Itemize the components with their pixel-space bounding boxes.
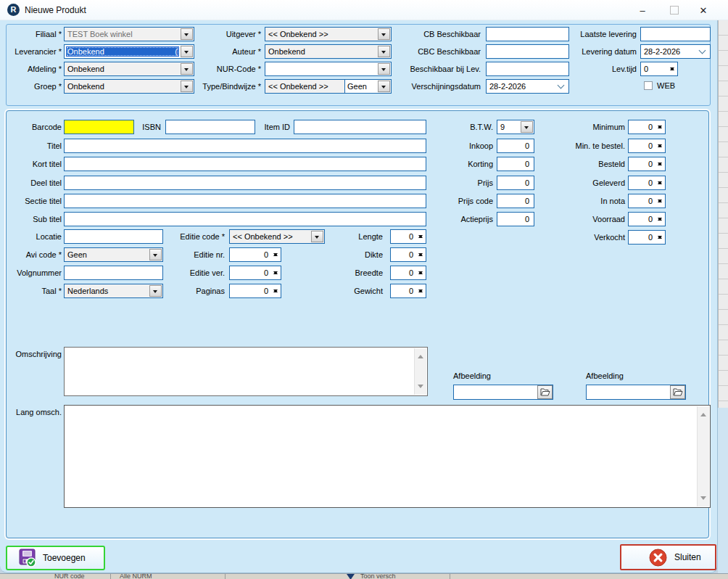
lang-omschrijving-label: Lang omsch.: [0, 408, 62, 417]
min-te-bestel-value: 0: [648, 141, 653, 151]
leverancier-value: Onbekend: [67, 45, 104, 58]
spinner-down-icon[interactable]: [658, 236, 662, 241]
gewicht-spinner[interactable]: 0: [390, 284, 426, 298]
groep-select[interactable]: Onbekend: [64, 79, 194, 94]
korting-field[interactable]: 0: [497, 157, 534, 171]
editie-ver-spinner[interactable]: 0: [229, 266, 281, 280]
min-te-bestel-label: Min. te bestel.: [544, 141, 625, 151]
scroll-down-icon[interactable]: [418, 385, 423, 391]
scroll-down-icon[interactable]: [700, 496, 706, 503]
min-te-bestel-spinner[interactable]: 0: [628, 139, 666, 153]
kort-titel-input[interactable]: [64, 157, 426, 171]
levering-datum-picker[interactable]: 28-2-2026: [640, 44, 711, 59]
filiaal-value: TEST Boek winkel: [67, 28, 133, 41]
lang-omschrijving-textarea[interactable]: [64, 405, 711, 508]
beschikbaar-bij-lev-label: Beschikbaar bij Lev.: [402, 65, 481, 74]
scrollbar[interactable]: [697, 406, 709, 506]
spinner-down-icon[interactable]: [273, 290, 278, 295]
in-nota-spinner[interactable]: 0: [628, 194, 666, 208]
dropdown-arrow-icon[interactable]: [521, 121, 533, 133]
editie-nr-label: Editie nr.: [145, 250, 225, 260]
verkocht-spinner[interactable]: 0: [628, 230, 666, 245]
besteld-spinner[interactable]: 0: [628, 157, 666, 171]
spinner-down-icon[interactable]: [658, 218, 662, 223]
spinner-down-icon[interactable]: [273, 253, 278, 258]
web-checkbox[interactable]: [644, 81, 653, 90]
filiaal-select[interactable]: TEST Boek winkel: [64, 27, 194, 41]
kort-titel-label: Kort titel: [0, 160, 62, 169]
btw-select[interactable]: 9: [497, 120, 534, 134]
auteur-select[interactable]: Onbekend: [265, 44, 392, 59]
spinner-down-icon[interactable]: [658, 200, 662, 205]
breedte-label: Breedte: [319, 268, 383, 278]
geleverd-spinner[interactable]: 0: [628, 176, 666, 190]
spinner-down-icon[interactable]: [418, 235, 423, 240]
spinner-down-icon[interactable]: [658, 144, 662, 149]
dropdown-arrow-icon[interactable]: [378, 81, 390, 92]
editie-ver-value: 0: [264, 268, 268, 278]
scrollbar[interactable]: [414, 348, 426, 395]
prijs-code-value: 0: [525, 197, 529, 205]
sub-titel-input[interactable]: [64, 212, 426, 226]
dropdown-arrow-icon[interactable]: [378, 28, 390, 40]
dikte-value: 0: [409, 250, 413, 260]
nur-code-select[interactable]: [265, 62, 392, 76]
actieprijs-value: 0: [525, 215, 529, 223]
verschijningsdatum-picker[interactable]: 28-2-2026: [486, 79, 569, 94]
lev-tijd-spinner[interactable]: 0: [640, 62, 678, 76]
cbc-beschikbaar-label: CBC Beschikbaar: [402, 47, 481, 57]
paginas-spinner[interactable]: 0: [229, 284, 281, 298]
toevoegen-button[interactable]: Toevoegen: [6, 546, 105, 570]
deel-titel-input[interactable]: [64, 176, 426, 190]
leverancier-select[interactable]: Onbekend (: [64, 44, 194, 59]
dikte-label: Dikte: [319, 250, 383, 260]
spinner-down-icon[interactable]: [670, 67, 674, 73]
chevron-down-icon[interactable]: [696, 46, 709, 57]
spinner-down-icon[interactable]: [418, 253, 423, 258]
divider: [225, 574, 226, 579]
volgnummer-label: Volgnummer: [0, 268, 62, 278]
voorraad-spinner[interactable]: 0: [628, 212, 666, 226]
dropdown-arrow-icon[interactable]: [378, 63, 390, 75]
item-id-input[interactable]: [294, 120, 426, 134]
type-bindwijze-select[interactable]: << Onbekend >> Geen: [265, 79, 392, 94]
dropdown-arrow-icon[interactable]: [378, 46, 390, 57]
spinner-down-icon[interactable]: [658, 181, 662, 186]
dikte-spinner[interactable]: 0: [390, 247, 426, 262]
actieprijs-field[interactable]: 0: [497, 212, 534, 226]
close-button[interactable]: ✕: [689, 0, 718, 20]
omschrijving-textarea[interactable]: [64, 347, 428, 396]
chevron-down-icon[interactable]: [555, 81, 568, 92]
spinner-down-icon[interactable]: [658, 163, 662, 168]
prijs-code-field[interactable]: 0: [497, 194, 534, 208]
afdeling-select[interactable]: Onbekend: [64, 62, 194, 76]
editie-nr-spinner[interactable]: 0: [229, 247, 281, 262]
breedte-spinner[interactable]: 0: [390, 266, 426, 280]
prijs-field[interactable]: 0: [497, 176, 534, 190]
laatste-levering-input[interactable]: [640, 27, 711, 41]
editie-code-select[interactable]: << Onbekend >>: [229, 229, 325, 244]
spinner-down-icon[interactable]: [658, 126, 662, 131]
spinner-down-icon[interactable]: [418, 271, 423, 276]
minimize-button[interactable]: –: [628, 0, 657, 20]
sluiten-button[interactable]: Sluiten: [620, 544, 716, 570]
lev-tijd-label: Lev.tijd: [550, 65, 637, 74]
isbn-input[interactable]: [165, 120, 255, 134]
sectie-titel-input[interactable]: [64, 194, 426, 208]
maximize-button[interactable]: [660, 0, 689, 20]
minimum-spinner[interactable]: 0: [628, 120, 666, 134]
in-nota-value: 0: [648, 197, 653, 206]
titel-input[interactable]: [64, 139, 426, 153]
prijs-code-label: Prijs code: [421, 197, 493, 206]
scroll-up-icon[interactable]: [418, 352, 423, 358]
browse-button[interactable]: [670, 385, 685, 399]
scroll-up-icon[interactable]: [700, 410, 706, 416]
lengte-spinner[interactable]: 0: [390, 229, 426, 244]
spinner-down-icon[interactable]: [418, 290, 423, 295]
browse-button[interactable]: [537, 385, 553, 399]
afdeling-value: Onbekend: [67, 62, 104, 75]
voorraad-label: Voorraad: [544, 215, 625, 224]
spinner-down-icon[interactable]: [273, 271, 278, 276]
inkoop-field[interactable]: 0: [497, 139, 534, 153]
uitgever-select[interactable]: << Onbekend >>: [265, 27, 392, 41]
